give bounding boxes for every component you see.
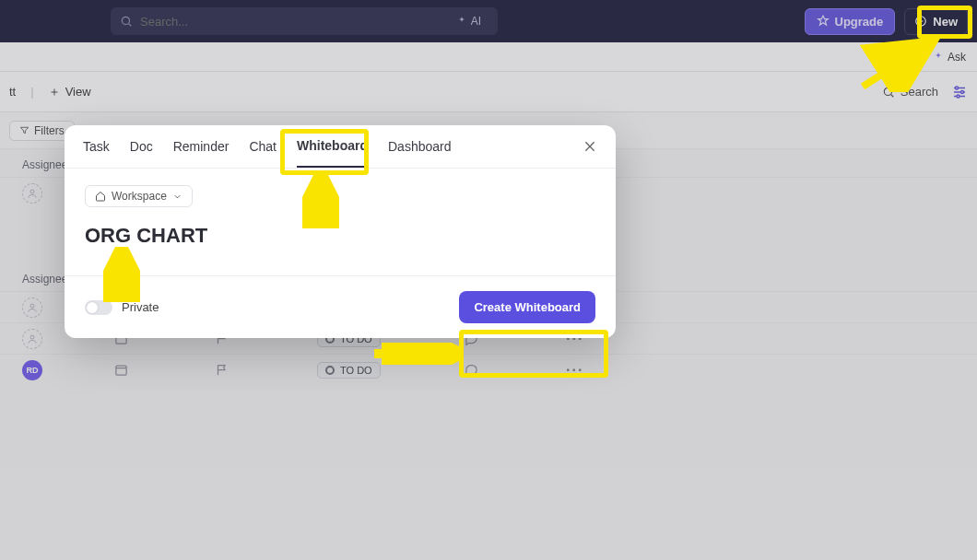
tab-dashboard[interactable]: Dashboard [388, 139, 452, 167]
tab-chat[interactable]: Chat [249, 139, 277, 167]
tab-doc[interactable]: Doc [130, 139, 153, 167]
location-label: Workspace [112, 190, 167, 203]
home-icon [95, 191, 106, 202]
tab-task[interactable]: Task [83, 139, 110, 167]
location-selector[interactable]: Workspace [85, 185, 193, 207]
tab-reminder[interactable]: Reminder [173, 139, 230, 167]
whiteboard-title-input[interactable] [85, 224, 595, 248]
chevron-down-icon [172, 192, 182, 202]
create-modal: Task Doc Reminder Chat Whiteboard Dashbo… [65, 125, 616, 338]
create-whiteboard-button[interactable]: Create Whiteboard [459, 291, 595, 323]
close-icon [583, 139, 597, 154]
private-toggle[interactable] [85, 300, 112, 315]
modal-tab-bar: Task Doc Reminder Chat Whiteboard Dashbo… [65, 125, 616, 169]
modal-close-button[interactable] [583, 139, 597, 167]
private-label: Private [122, 300, 159, 314]
tab-whiteboard[interactable]: Whiteboard [297, 138, 368, 168]
